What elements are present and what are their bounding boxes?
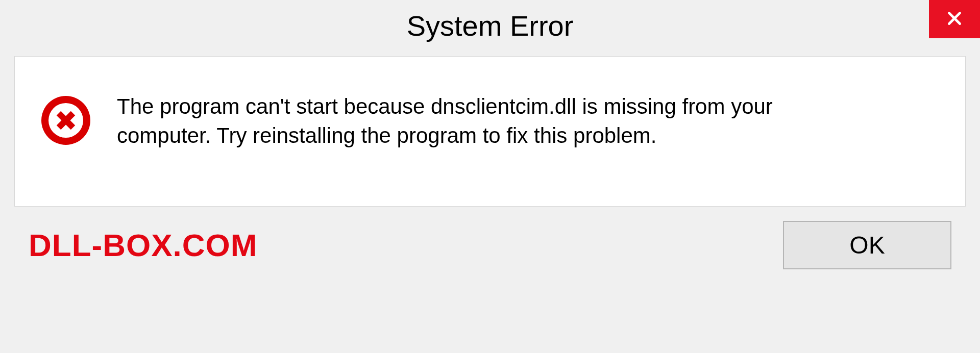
error-message-text: The program can't start because dnsclien… — [117, 92, 857, 150]
close-icon — [945, 9, 964, 30]
close-button[interactable] — [929, 0, 980, 38]
system-error-dialog: System Error The program can't start bec… — [0, 0, 980, 353]
dialog-footer: DLL-BOX.COM OK — [0, 207, 980, 290]
ok-button[interactable]: OK — [783, 221, 951, 269]
error-icon — [40, 95, 91, 148]
watermark-text: DLL-BOX.COM — [29, 227, 257, 263]
titlebar: System Error — [0, 0, 980, 51]
content-panel: The program can't start because dnsclien… — [14, 56, 966, 207]
dialog-title: System Error — [407, 9, 574, 42]
